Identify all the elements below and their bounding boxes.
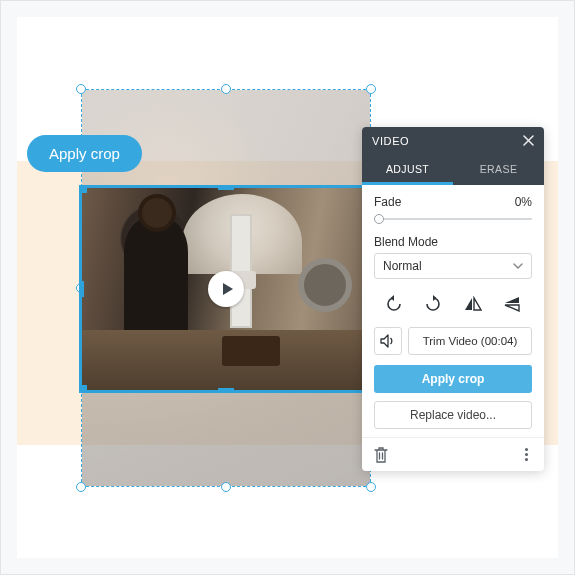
replace-video-label: Replace video... [410,408,496,422]
resize-handle-tm[interactable] [221,84,231,94]
flip-horizontal-icon [464,296,482,312]
trim-video-button[interactable]: Trim Video (00:04) [408,327,532,355]
slider-thumb[interactable] [374,214,384,224]
trim-video-label: Trim Video (00:04) [423,335,518,347]
kebab-dot [525,448,528,451]
rotate-left-button[interactable] [380,291,408,317]
tab-erase[interactable]: ERASE [453,155,544,185]
play-icon [221,282,235,296]
apply-crop-button[interactable]: Apply crop [374,365,532,393]
tooltip-label: Apply crop [49,145,120,162]
resize-handle-tl[interactable] [76,84,86,94]
audio-toggle-button[interactable] [374,327,402,355]
crop-handle-bl[interactable] [79,385,87,393]
speaker-icon [380,334,396,348]
crop-handle-tm[interactable] [218,185,234,190]
chevron-down-icon [513,263,523,269]
panel-header: VIDEO [362,127,544,155]
panel-footer [362,437,544,471]
play-button[interactable] [208,271,244,307]
blend-selected: Normal [383,259,422,273]
panel-tabs: ADJUST ERASE [362,155,544,185]
transform-icon-row [374,291,532,317]
more-options-button[interactable] [521,444,532,465]
rotate-right-icon [424,295,442,313]
fade-slider[interactable] [374,213,532,225]
close-button[interactable] [523,133,534,149]
editor-canvas[interactable]: Apply crop VIDEO ADJUST ERASE Fade 0% [17,17,558,558]
trim-row: Trim Video (00:04) [374,327,532,355]
crop-handle-ml[interactable] [79,281,84,297]
flip-vertical-icon [503,296,521,312]
fade-label: Fade [374,195,401,209]
tab-erase-label: ERASE [480,163,518,175]
replace-video-button[interactable]: Replace video... [374,401,532,429]
kebab-dot [525,458,528,461]
apply-crop-tooltip: Apply crop [27,135,142,172]
video-properties-panel: VIDEO ADJUST ERASE Fade 0% Blend Mode [362,127,544,471]
kebab-dot [525,453,528,456]
slider-track [374,218,532,220]
blend-label: Blend Mode [374,235,532,249]
resize-handle-bm[interactable] [221,482,231,492]
close-icon [523,135,534,146]
fade-value: 0% [515,195,532,209]
blend-mode-select[interactable]: Normal [374,253,532,279]
flip-horizontal-button[interactable] [459,291,487,317]
tab-adjust[interactable]: ADJUST [362,155,453,185]
flip-vertical-button[interactable] [498,291,526,317]
panel-body: Fade 0% Blend Mode Normal [362,185,544,437]
resize-handle-br[interactable] [366,482,376,492]
resize-handle-bl[interactable] [76,482,86,492]
crop-region[interactable] [79,185,373,393]
trash-icon [374,447,388,463]
rotate-left-icon [385,295,403,313]
crop-handle-bm[interactable] [218,388,234,393]
resize-handle-tr[interactable] [366,84,376,94]
panel-title: VIDEO [372,135,409,147]
crop-handle-tl[interactable] [79,185,87,193]
fade-row: Fade 0% [374,195,532,209]
rotate-right-button[interactable] [419,291,447,317]
delete-button[interactable] [374,447,388,463]
apply-crop-label: Apply crop [422,372,485,386]
tab-adjust-label: ADJUST [386,163,429,175]
